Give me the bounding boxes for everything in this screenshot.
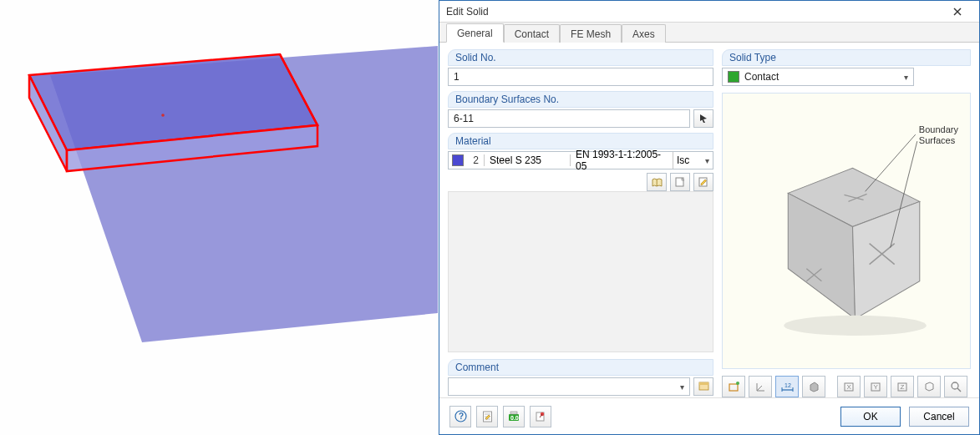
close-icon [953,8,962,16]
calc-button[interactable]: 0.00 [503,406,525,427]
view-wire-button[interactable] [722,376,745,397]
svg-text:X: X [847,383,852,391]
comment-list-icon [698,382,709,392]
solid-no-input[interactable] [448,68,713,86]
chevron-down-icon: ▾ [680,382,684,392]
solid-shade-icon [808,381,820,392]
solid-type-swatch [728,71,739,83]
edit-solid-dialog: Edit Solid General Contact FE Mesh Axes … [439,0,980,435]
svg-rect-6 [699,382,708,385]
pin-button[interactable] [530,406,551,427]
preview-annotation: Boundary [919,124,959,134]
material-standard: EN 1993-1-1:2005-05 [576,149,668,172]
material-row[interactable]: 2 Steel S 235 EN 1993-1-1:2005-05 Isc ▾ [448,151,713,169]
solid-shade-button[interactable] [802,376,825,397]
edit-icon [698,177,708,187]
material-number: 2 [469,154,479,166]
notes-button[interactable] [476,406,498,427]
close-button[interactable] [941,3,974,21]
tab-general[interactable]: General [446,23,504,43]
titlebar: Edit Solid [439,1,979,23]
svg-text:Y: Y [874,383,879,391]
material-library-button[interactable] [647,173,667,191]
preview-shadow [784,316,927,336]
dialog-footer: ? 0.00 OK Cancel [439,397,979,434]
dialog-content: Solid No. Boundary Surfaces No. Material… [439,43,979,397]
group-comment-header: Comment [448,359,713,376]
pin-icon [535,411,546,422]
sectiony-icon: Y [870,381,881,392]
material-button-row [448,173,713,191]
svg-rect-40 [510,412,517,414]
chevron-down-icon: ▾ [705,156,709,165]
chevron-down-icon: ▾ [904,73,908,82]
sectionx-button[interactable]: X [837,376,861,397]
tab-contact[interactable]: Contact [504,24,560,43]
solid-preview: Boundary Surfaces [722,93,971,369]
tab-fe-mesh[interactable]: FE Mesh [560,24,622,43]
svg-marker-29 [926,382,933,391]
material-new-button[interactable] [670,173,690,191]
notes-icon [482,411,493,422]
comment-combo[interactable]: ▾ [448,377,690,396]
preview-annotation: Surfaces [919,135,956,145]
sectiony-button[interactable]: Y [864,376,887,397]
preview-toolbar: 12 X Y Z [722,374,971,397]
clip-icon [923,381,935,392]
new-icon [675,177,685,187]
material-edit-button[interactable] [693,173,713,191]
model-viewport[interactable] [0,0,439,435]
svg-point-14 [736,382,739,385]
sectionz-icon: Z [896,381,908,392]
sectionz-button[interactable]: Z [891,376,914,397]
dimension-icon: 12 [780,382,795,392]
boundary-surfaces-input[interactable] [448,109,690,128]
solid-type-dropdown[interactable]: Contact ▾ [722,68,914,86]
help-icon: ? [454,410,467,422]
zoom-icon [950,381,962,392]
svg-text:12: 12 [785,382,791,388]
preview-leader [866,134,916,191]
calc-icon: 0.00 [508,411,520,422]
ok-button[interactable]: OK [840,407,901,427]
arrow-cursor-icon [698,114,708,124]
empty-panel [448,191,713,352]
pick-surfaces-button[interactable] [693,109,713,128]
dimension-button[interactable]: 12 [775,376,799,397]
material-name: Steel S 235 [490,154,565,166]
sectionx-icon: X [843,381,855,392]
solid-centroid [161,114,165,117]
view-wire-icon [728,381,740,393]
group-solid-no-header: Solid No. [448,49,713,66]
clip-button[interactable] [917,376,941,397]
group-boundary-header: Boundary Surfaces No. [448,91,713,108]
svg-rect-13 [729,384,738,391]
svg-point-30 [952,382,958,389]
left-column: Solid No. Boundary Surfaces No. Material… [448,49,713,397]
svg-text:?: ? [459,412,464,421]
svg-text:Z: Z [901,383,905,391]
svg-line-17 [757,386,762,391]
help-button[interactable]: ? [449,406,471,427]
tab-axes[interactable]: Axes [622,24,666,43]
comment-list-button[interactable] [693,377,713,396]
material-swatch [452,154,464,166]
group-material-header: Material [448,133,713,149]
tabstrip: General Contact FE Mesh Axes [439,23,979,43]
group-solid-type-header: Solid Type [722,49,971,66]
dialog-title: Edit Solid [446,6,941,18]
svg-text:0.00: 0.00 [510,415,520,421]
svg-line-31 [957,388,961,392]
right-column: Solid Type Contact ▾ [722,49,971,397]
zoom-button[interactable] [944,376,967,397]
cancel-button[interactable]: Cancel [909,407,969,427]
axis-icon [754,381,767,393]
material-model-dropdown[interactable]: Isc ▾ [673,152,711,169]
library-icon [652,178,663,187]
axis-button[interactable] [749,376,772,397]
svg-marker-22 [810,382,818,392]
